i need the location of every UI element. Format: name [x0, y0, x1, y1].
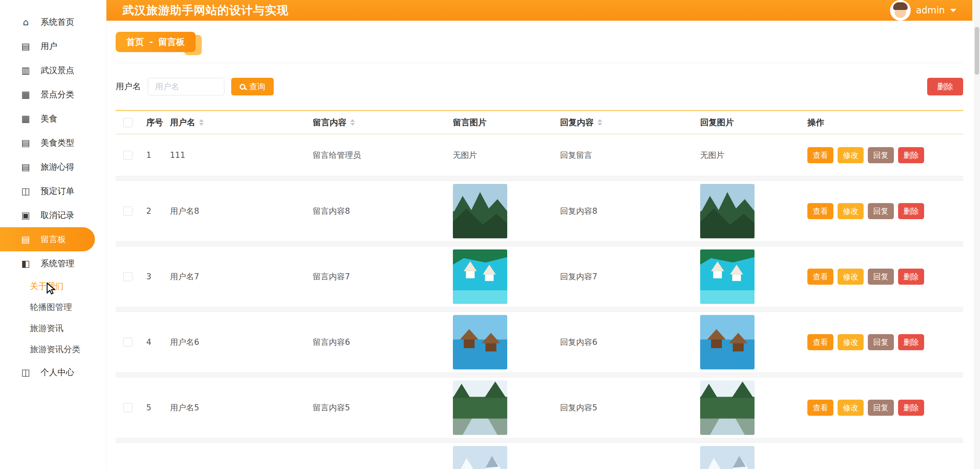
sidebar-item-cancel-records[interactable]: ▣ 取消记录 — [0, 203, 106, 227]
row-checkbox[interactable] — [123, 338, 132, 347]
table-row — [116, 443, 963, 469]
edit-button[interactable]: 修改 — [838, 334, 864, 350]
sidebar-item-message-board[interactable]: ▤ 留言板 — [0, 227, 95, 251]
cell-reply: 回复内容7 — [554, 271, 694, 282]
edit-button[interactable]: 修改 — [838, 147, 864, 163]
table-header: 序号 用户名 留言内容 留言图片 回复内容 回复图片 操作 — [116, 111, 963, 134]
user-menu[interactable]: admin — [890, 0, 956, 21]
message-image[interactable] — [453, 446, 507, 469]
reply-image[interactable] — [700, 249, 755, 304]
edit-button[interactable]: 修改 — [838, 400, 864, 416]
grid-icon: ▦ — [20, 89, 31, 100]
message-image[interactable] — [453, 380, 507, 435]
breadcrumb-home[interactable]: 首页 — [126, 36, 144, 48]
header-no: 序号 — [140, 117, 164, 128]
reply-image[interactable] — [700, 380, 755, 435]
cell-content: 留言给管理员 — [307, 150, 447, 161]
cell-actions: 查看 修改 回复 删除 — [802, 400, 963, 416]
reply-button[interactable]: 回复 — [868, 334, 894, 350]
header-reply[interactable]: 回复内容 — [554, 117, 694, 128]
reply-button[interactable]: 回复 — [868, 269, 894, 285]
table-row: 3 用户名7 留言内容7 回复内容7 查看 修改 回复 删除 — [116, 246, 963, 307]
cell-content: 留言内容6 — [307, 337, 447, 348]
view-button[interactable]: 查看 — [807, 334, 833, 350]
message-image[interactable] — [453, 315, 507, 369]
list-icon: ▤ — [20, 162, 31, 172]
reply-button[interactable]: 回复 — [868, 400, 894, 416]
edit-button[interactable]: 修改 — [838, 269, 864, 285]
cell-username: 用户名6 — [164, 337, 307, 348]
scrollbar-thumb[interactable] — [975, 27, 979, 75]
breadcrumb-current: 留言板 — [158, 36, 185, 48]
chevron-down-icon — [950, 9, 956, 12]
sidebar-item-food-type[interactable]: ▤ 美食类型 — [0, 131, 106, 155]
sidebar-item-home[interactable]: ⌂ 系统首页 — [0, 10, 106, 34]
reply-image[interactable] — [700, 446, 755, 469]
sidebar-subitem-label: 旅游资讯 — [30, 323, 64, 334]
cell-reply: 回复内容8 — [554, 206, 694, 216]
sidebar-item-travel-news-category[interactable]: 旅游资讯分类 — [0, 339, 106, 360]
delete-row-button[interactable]: 删除 — [898, 400, 924, 416]
sidebar-item-users[interactable]: ▤ 用户 — [0, 34, 106, 58]
sort-icon[interactable] — [598, 119, 602, 126]
cell-username: 111 — [164, 151, 307, 160]
top-header: 武汉旅游助手网站的设计与实现 admin — [106, 0, 972, 21]
scrollbar-track[interactable] — [974, 0, 980, 469]
cell-reply-image: 无图片 — [694, 150, 802, 161]
reply-button[interactable]: 回复 — [868, 147, 894, 163]
sidebar-item-label: 系统首页 — [41, 16, 74, 28]
row-checkbox[interactable] — [123, 403, 132, 412]
reply-image[interactable] — [700, 184, 755, 238]
sidebar-item-label: 景点分类 — [41, 89, 74, 100]
sidebar-item-food[interactable]: ▦ 美食 — [0, 107, 106, 131]
search-input[interactable] — [148, 78, 224, 95]
sidebar-item-travel-news[interactable]: 旅游资讯 — [0, 318, 106, 339]
message-image[interactable] — [453, 249, 507, 304]
edit-button[interactable]: 修改 — [838, 203, 864, 219]
delete-row-button[interactable]: 删除 — [898, 334, 924, 350]
database-icon: ▥ — [20, 65, 31, 76]
cell-content: 留言内容7 — [307, 271, 447, 282]
row-checkbox[interactable] — [123, 207, 132, 216]
sidebar-item-label: 美食类型 — [41, 137, 74, 149]
select-all-checkbox[interactable] — [123, 118, 132, 127]
cell-no: 5 — [140, 403, 164, 412]
sidebar-item-label: 个人中心 — [41, 367, 74, 378]
query-button[interactable]: 查询 — [231, 78, 274, 95]
delete-button[interactable]: 删除 — [927, 78, 963, 95]
table-row: 2 用户名8 留言内容8 回复内容8 查看 修改 回复 删除 — [116, 180, 963, 242]
sidebar-item-orders[interactable]: ◫ 预定订单 — [0, 179, 106, 203]
table-row: 5 用户名5 留言内容5 回复内容5 查看 修改 回复 删除 — [116, 377, 963, 438]
sidebar-item-about-us[interactable]: 关于我们 — [0, 275, 106, 297]
view-button[interactable]: 查看 — [807, 203, 833, 219]
sidebar-item-label: 用户 — [41, 41, 57, 52]
view-button[interactable]: 查看 — [807, 147, 833, 163]
sidebar-item-attraction-category[interactable]: ▦ 景点分类 — [0, 82, 106, 107]
search-icon — [240, 84, 245, 90]
table-body: 1 111 留言给管理员 无图片 回复留言 无图片 查看 修改 回复 删除 — [116, 134, 963, 469]
sort-icon[interactable] — [199, 119, 204, 126]
sidebar-item-attractions[interactable]: ▥ 武汉景点 — [0, 58, 106, 82]
delete-row-button[interactable]: 删除 — [898, 147, 924, 163]
reply-image[interactable] — [700, 315, 755, 369]
header-content-image: 留言图片 — [447, 117, 554, 128]
delete-row-button[interactable]: 删除 — [898, 203, 924, 219]
header-username[interactable]: 用户名 — [164, 117, 307, 128]
reply-button[interactable]: 回复 — [868, 203, 894, 219]
delete-row-button[interactable]: 删除 — [898, 269, 924, 285]
breadcrumb: 首页 - 留言板 — [116, 32, 196, 52]
cell-no: 2 — [140, 207, 164, 216]
row-checkbox[interactable] — [123, 272, 132, 281]
message-image[interactable] — [453, 184, 507, 238]
view-button[interactable]: 查看 — [807, 269, 833, 285]
header-content[interactable]: 留言内容 — [307, 117, 447, 128]
search-label: 用户名 — [116, 81, 141, 92]
view-button[interactable]: 查看 — [807, 400, 833, 416]
home-icon: ⌂ — [20, 17, 31, 28]
sidebar-item-system-management[interactable]: ◧ 系统管理 — [0, 251, 106, 275]
sidebar-item-personal-center[interactable]: ◫ 个人中心 — [0, 360, 106, 385]
sort-icon[interactable] — [350, 119, 355, 126]
sidebar-item-carousel-management[interactable]: 轮播图管理 — [0, 297, 106, 318]
row-checkbox[interactable] — [123, 151, 132, 160]
sidebar-item-travel-notes[interactable]: ▤ 旅游心得 — [0, 155, 106, 179]
